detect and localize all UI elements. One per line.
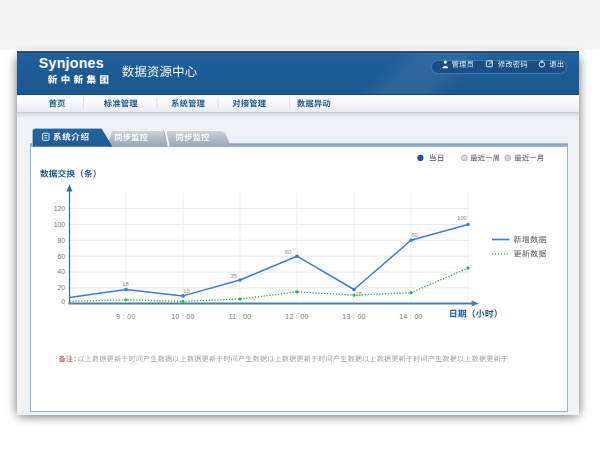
svg-text:13 : 00: 13 : 00 [342, 313, 366, 320]
svg-text:60: 60 [285, 249, 291, 255]
svg-text:15: 15 [356, 291, 362, 297]
svg-text:11 : 00: 11 : 00 [228, 313, 251, 320]
svg-text:14 : 00: 14 : 00 [399, 313, 423, 320]
svg-text:12 : 00: 12 : 00 [285, 313, 309, 320]
svg-text:10 : 00: 10 : 00 [171, 313, 195, 320]
svg-text:10: 10 [183, 288, 189, 294]
svg-text:35: 35 [231, 273, 237, 279]
svg-text:0: 0 [61, 298, 65, 305]
svg-text:18: 18 [122, 281, 128, 287]
svg-text:80: 80 [57, 237, 65, 244]
svg-text:60: 60 [57, 253, 65, 260]
svg-text:120: 120 [54, 205, 66, 212]
svg-text:100: 100 [457, 215, 467, 221]
svg-text:9 : 00: 9 : 00 [116, 313, 135, 320]
svg-text:Synjones: Synjones [39, 55, 104, 71]
svg-text:40: 40 [57, 268, 65, 275]
svg-text:20: 20 [57, 284, 65, 291]
svg-text:100: 100 [54, 221, 66, 228]
svg-text:80: 80 [411, 232, 417, 238]
